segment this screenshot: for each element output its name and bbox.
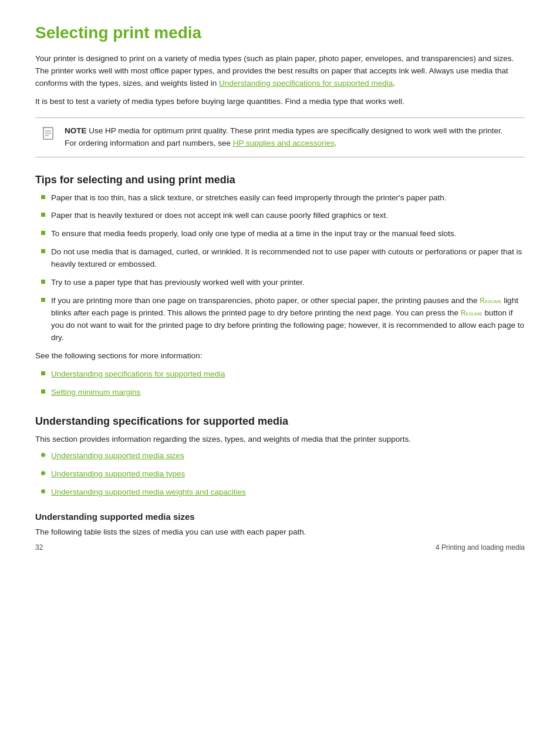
bullet-icon [41,280,45,284]
list-item: Understanding specifications for support… [41,368,525,381]
bullet-icon [41,389,45,394]
list-item: Understanding supported media weights an… [41,486,525,499]
footer-bar: 32 4 Printing and loading media [35,543,525,552]
link-supported-weights[interactable]: Understanding supported media weights an… [51,486,246,499]
understanding-links-list: Understanding supported media sizes Unde… [35,450,525,499]
list-item: To ensure that media feeds properly, loa… [41,228,525,240]
list-item: Setting minimum margins [41,387,525,399]
bullet-icon [41,471,45,475]
bullet-icon [41,231,45,235]
footer-chapter: 4 Printing and loading media [436,543,525,552]
intro-para2: It is best to test a variety of media ty… [35,96,525,108]
list-item: Paper that is too thin, has a slick text… [41,192,525,204]
list-item: Try to use a paper type that has previou… [41,277,525,289]
page-container: Selecting print media Your printer is de… [0,0,560,568]
note-icon [41,126,58,145]
bullet-icon [41,213,45,217]
footer-page-number: 32 [35,543,43,552]
tips-links-list: Understanding specifications for support… [35,368,525,399]
list-item: Paper that is heavily textured or does n… [41,210,525,222]
list-item: Understanding supported media sizes [41,450,525,462]
bullet-icon [41,453,45,457]
tips-bullet-list: Paper that is too thin, has a slick text… [35,192,525,344]
page-title: Selecting print media [35,23,525,42]
resume-text-2: Resume [461,309,483,317]
subsection-title: Understanding supported media sizes [35,512,525,522]
subsection-intro: The following table lists the sizes of m… [35,526,525,539]
bullet-icon [41,298,45,302]
link-hp-supplies[interactable]: HP supplies and accessories [233,139,335,147]
tips-section-title: Tips for selecting and using print media [35,174,525,186]
bullet-icon [41,371,45,375]
link-understanding-specs[interactable]: Understanding specifications for support… [51,368,225,381]
link-supported-types[interactable]: Understanding supported media types [51,468,185,480]
more-info-text: See the following sections for more info… [35,350,525,362]
understanding-intro: This section provides information regard… [35,434,525,446]
understanding-section-title: Understanding specifications for support… [35,415,525,428]
list-item: Understanding supported media types [41,468,525,480]
link-setting-margins[interactable]: Setting minimum margins [51,387,140,399]
link-supported-sizes[interactable]: Understanding supported media sizes [51,450,184,462]
list-item: If you are printing more than one page o… [41,295,525,344]
bullet-icon [41,195,45,199]
note-label: NOTE [65,126,87,135]
note-box: NOTE Use HP media for optimum print qual… [35,117,525,157]
list-item: Do not use media that is damaged, curled… [41,246,525,271]
intro-para1: Your printer is designed to print on a v… [35,53,525,90]
note-text: NOTE Use HP media for optimum print qual… [65,125,517,150]
bullet-icon [41,249,45,253]
link-understanding-specs-intro[interactable]: Understanding specifications for support… [219,79,393,88]
resume-text-1: Resume [480,297,501,305]
bullet-icon [41,489,45,493]
